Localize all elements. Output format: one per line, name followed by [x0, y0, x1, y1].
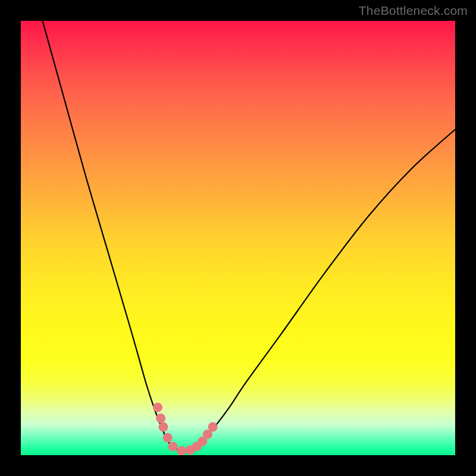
curve-marker: [158, 422, 168, 432]
bottleneck-curve: [43, 21, 456, 451]
curve-marker: [156, 414, 165, 423]
curve-marker: [177, 446, 186, 455]
curve-marker: [163, 433, 173, 443]
curve-markers: [153, 403, 218, 455]
curve-svg: [21, 21, 455, 455]
chart-plot-area: [21, 21, 455, 455]
curve-marker: [208, 422, 218, 432]
curve-marker: [168, 441, 178, 451]
curve-marker: [153, 403, 162, 412]
watermark-text: TheBottleneck.com: [359, 4, 468, 18]
